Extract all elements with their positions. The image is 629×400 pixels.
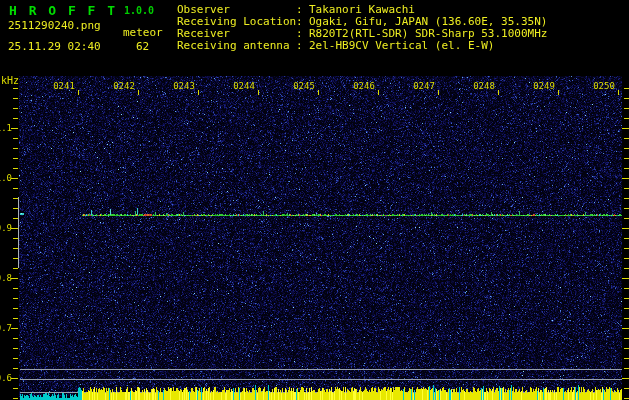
station-info-list: Observer:Takanori KawachiReceiving Locat… [177,4,547,52]
app-version: 1.0.0 [124,5,154,16]
info-label: Observer [177,4,296,16]
meteor-count: 62 [136,41,149,53]
time-axis-label: 0250 [591,81,617,91]
time-axis-label: 0246 [351,81,377,91]
time-axis-label: 0248 [471,81,497,91]
info-separator: : [296,40,303,52]
spectrogram-canvas [0,0,629,400]
time-axis-label: 0245 [291,81,317,91]
mode-label: meteor [123,27,163,39]
freq-axis-label: 0.9 [0,223,12,233]
hrofft-window: H R O F F T 1.0.0 2511290240.png meteor … [0,0,629,400]
time-axis-label: 0247 [411,81,437,91]
info-label: Receiving Location [177,16,296,28]
time-axis-label: 0244 [231,81,257,91]
info-label: Receiving antenna [177,40,296,52]
info-label: Receiver [177,28,296,40]
time-axis-label: 0249 [531,81,557,91]
freq-axis-label: 0.6 [0,373,12,383]
freq-axis-label: 0.7 [0,323,12,333]
time-axis-label: 0242 [111,81,137,91]
info-value: 2el-HB9CV Vertical (el. E-W) [309,40,494,52]
freq-axis-label: 1.1 [0,123,12,133]
output-filename: 2511290240.png [8,20,101,32]
freq-axis-label: 1.0 [0,173,12,183]
time-axis-label: 0243 [171,81,197,91]
time-axis-label: 0241 [51,81,77,91]
app-title: H R O F F T [9,3,117,18]
observation-datetime: 25.11.29 02:40 [8,41,101,53]
freq-axis-label: 0.8 [0,273,12,283]
station-info-row: Receiving antenna:2el-HB9CV Vertical (el… [177,40,547,52]
freq-axis-unit: kHz [1,75,19,86]
